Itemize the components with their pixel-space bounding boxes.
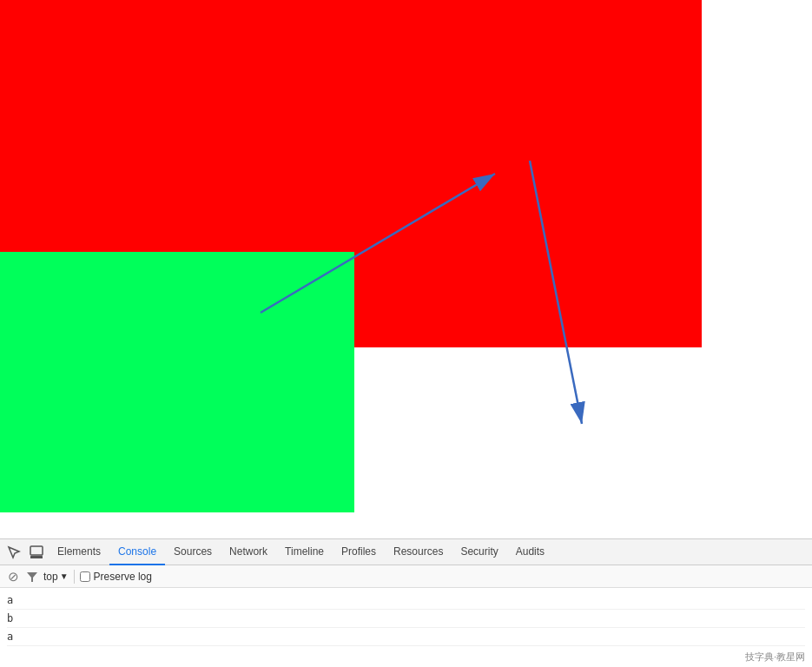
svg-rect-3 [30, 546, 43, 555]
console-line: a [7, 591, 805, 610]
tab-security[interactable]: Security [452, 539, 506, 565]
console-line: b [7, 610, 805, 628]
console-line: a [7, 628, 805, 646]
tab-sources[interactable]: Sources [165, 539, 221, 565]
tab-console[interactable]: Console [109, 539, 165, 565]
toolbar-separator [74, 570, 75, 584]
svg-marker-5 [27, 572, 37, 582]
watermark: 技字典·教星网 [745, 650, 805, 664]
tab-profiles[interactable]: Profiles [333, 539, 385, 565]
chevron-down-icon: ▼ [60, 571, 69, 581]
execution-context-selector[interactable]: top ▼ [43, 571, 69, 583]
svg-rect-4 [30, 556, 43, 558]
devtools-panel: Elements Console Sources Network Timelin… [0, 538, 812, 667]
tab-audits[interactable]: Audits [507, 539, 553, 565]
preserve-log-checkbox-label[interactable]: Preserve log [80, 571, 152, 583]
tab-network[interactable]: Network [221, 539, 276, 565]
preserve-log-checkbox[interactable] [80, 571, 90, 582]
tab-resources[interactable]: Resources [385, 539, 452, 565]
devtools-tab-bar: Elements Console Sources Network Timelin… [0, 539, 812, 565]
inspect-element-icon[interactable] [3, 542, 24, 563]
tab-elements[interactable]: Elements [49, 539, 109, 565]
tab-timeline[interactable]: Timeline [276, 539, 333, 565]
console-output: a b a [0, 588, 812, 667]
main-content [0, 0, 812, 538]
console-drawer-icon[interactable] [26, 542, 47, 563]
console-toolbar: ⊘ top ▼ Preserve log [0, 565, 812, 588]
green-block [0, 252, 354, 512]
clear-console-icon[interactable]: ⊘ [5, 569, 21, 584]
filter-icon[interactable] [24, 569, 40, 584]
